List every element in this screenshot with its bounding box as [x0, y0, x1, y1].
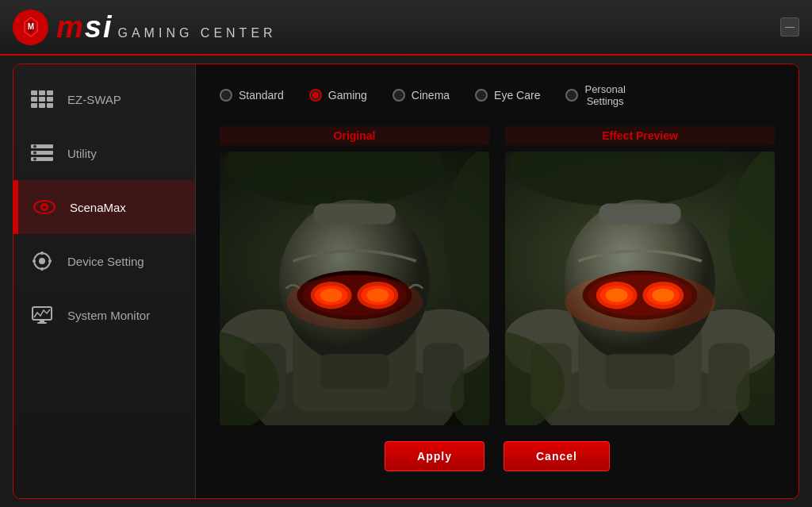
effect-preview-title: Effect Preview [505, 126, 775, 145]
original-image [220, 152, 489, 425]
mode-cinema[interactable]: Cinema [393, 89, 450, 102]
svg-rect-39 [313, 204, 396, 225]
device-icon [29, 248, 55, 274]
svg-rect-49 [320, 354, 389, 388]
sidebar: EZ-SWAP Utility [13, 64, 196, 498]
mode-personal-settings-label: PersonalSettings [584, 83, 625, 107]
msi-dragon-icon: M [13, 10, 48, 45]
svg-rect-11 [47, 103, 53, 108]
radio-gaming[interactable] [309, 89, 322, 102]
content-area: Standard Gaming Cinema Eye Care Personal… [196, 64, 799, 498]
svg-rect-25 [33, 260, 36, 263]
sidebar-item-ez-swap[interactable]: EZ-SWAP [13, 72, 195, 126]
mode-standard-label: Standard [239, 89, 284, 102]
mode-standard[interactable]: Standard [220, 89, 284, 102]
utility-icon [29, 140, 55, 166]
svg-rect-29 [37, 322, 47, 324]
svg-rect-63 [599, 204, 681, 225]
sidebar-item-utility[interactable]: Utility [13, 126, 195, 180]
radio-cinema[interactable] [393, 89, 405, 102]
scenamax-label: ScenaMax [70, 201, 126, 214]
radio-personal-settings[interactable] [565, 89, 578, 102]
svg-point-16 [33, 152, 36, 155]
svg-rect-6 [31, 97, 37, 102]
utility-label: Utility [67, 147, 97, 160]
sidebar-item-scenamax[interactable]: ScenaMax [13, 180, 195, 234]
original-title: Original [220, 126, 489, 145]
svg-rect-26 [48, 260, 52, 263]
original-panel: Original [220, 126, 489, 425]
mode-selection-row: Standard Gaming Cinema Eye Care Personal… [220, 83, 775, 107]
preview-row: Original [220, 126, 775, 425]
svg-point-15 [33, 145, 36, 148]
system-monitor-label: System Monitor [67, 309, 150, 322]
main-container: EZ-SWAP Utility [13, 63, 799, 499]
cancel-button[interactable]: Cancel [504, 441, 610, 471]
svg-rect-24 [41, 267, 44, 271]
sidebar-item-device-setting[interactable]: Device Setting [13, 234, 195, 288]
svg-rect-28 [40, 320, 44, 322]
svg-point-17 [33, 158, 36, 161]
mode-gaming[interactable]: Gaming [309, 89, 367, 102]
mode-eye-care-label: Eye Care [494, 89, 540, 102]
mode-personal-settings[interactable]: PersonalSettings [565, 83, 625, 107]
logo-container: M msi GAMING CENTER [13, 10, 277, 45]
effect-preview-image [505, 152, 775, 425]
svg-rect-8 [47, 97, 53, 102]
svg-text:M: M [27, 22, 33, 31]
svg-rect-9 [31, 103, 37, 108]
svg-point-48 [286, 275, 423, 329]
svg-point-20 [43, 205, 47, 209]
device-setting-label: Device Setting [67, 255, 144, 268]
ezswap-icon [29, 86, 55, 112]
action-buttons: Apply Cancel [220, 441, 775, 479]
sidebar-item-system-monitor[interactable]: System Monitor [13, 288, 195, 342]
svg-point-72 [565, 272, 715, 332]
gaming-center-label: GAMING CENTER [118, 26, 277, 40]
monitor-icon [29, 302, 55, 328]
radio-standard[interactable] [220, 89, 232, 102]
svg-point-22 [39, 258, 45, 264]
mode-gaming-label: Gaming [328, 89, 367, 102]
msi-text: msi [56, 10, 113, 44]
svg-rect-5 [47, 90, 53, 95]
mode-eye-care[interactable]: Eye Care [475, 89, 540, 102]
svg-rect-7 [39, 97, 45, 102]
apply-button[interactable]: Apply [385, 441, 485, 471]
mode-cinema-label: Cinema [412, 89, 450, 102]
eye-icon [32, 194, 57, 220]
ez-swap-label: EZ-SWAP [67, 93, 121, 106]
minimize-button[interactable]: — [780, 17, 799, 36]
svg-rect-10 [39, 103, 45, 108]
svg-rect-23 [41, 252, 44, 255]
app-header: M msi GAMING CENTER — [0, 0, 812, 56]
radio-eye-care[interactable] [475, 89, 488, 102]
svg-rect-4 [39, 90, 45, 95]
svg-rect-73 [606, 354, 674, 388]
effect-preview-panel: Effect Preview [505, 126, 775, 425]
svg-rect-3 [31, 90, 37, 95]
msi-wordmark: msi GAMING CENTER [56, 10, 277, 44]
